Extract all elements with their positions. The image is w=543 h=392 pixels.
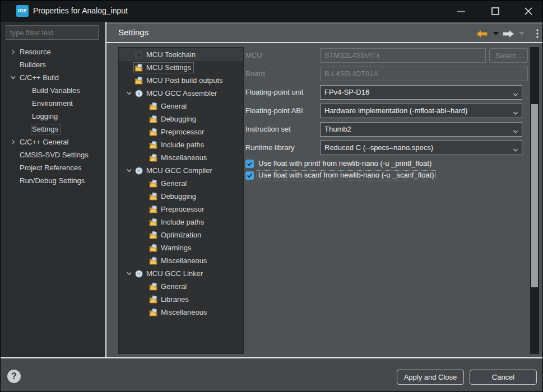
tree-item-body: MCU GCC Compiler [133,165,215,176]
window-title: Properties for Analog_input [33,6,128,15]
apply-and-close-button[interactable]: Apply and Close [397,370,464,385]
tree-item-libraries[interactable]: Libraries [119,293,243,306]
tree-item-label: Preprocessor [161,205,204,213]
tree-item-resource[interactable]: Resource [1,45,105,58]
tree-item-miscellaneous[interactable]: Miscellaneous [119,151,243,164]
instruction-set-label: Instruction set [245,122,291,137]
view-menu-icon[interactable] [536,29,539,39]
tree-item-body: Miscellaneous [148,255,210,267]
page-title: Settings [118,27,148,37]
tree-item-body: Run/Debug Settings [18,175,87,186]
tree-item-body: MCU GCC Linker [133,268,206,279]
tree-item-optimization[interactable]: Optimization [119,228,243,241]
printf-float-checkbox[interactable]: Use float with printf from newlib-nano (… [245,158,433,169]
tree-item-preprocessor[interactable]: Preprocessor [119,203,243,216]
tree-item-preprocessor[interactable]: Preprocessor [119,125,243,138]
tree-item-project-references[interactable]: Project References [1,161,105,174]
properties-dialog: IDE Properties for Analog_input Resource… [0,0,543,392]
tree-item-mcu-gcc-assembler[interactable]: MCU GCC Assembler [119,87,243,100]
runtime-library-dropdown[interactable]: Reduced C (--specs=nano.specs) [320,141,522,155]
cancel-button[interactable]: Cancel [470,370,537,385]
abi-dropdown[interactable]: Hardware implementation (-mfloat-abi=har… [320,104,522,118]
tree-item-body: Build Variables [31,85,83,96]
tree-item-label: MCU GCC Linker [146,269,203,278]
tree-item-body: Miscellaneous [148,307,210,318]
chip-icon [134,50,143,59]
forward-arrow-icon[interactable] [502,29,514,39]
chevron-down-icon[interactable] [124,167,133,174]
checkbox-checked-icon[interactable] [245,171,254,180]
tree-item-body: Warnings [148,242,194,254]
minimize-button[interactable] [452,3,471,20]
tree-item-label: C/C++ Build [20,73,59,82]
help-button[interactable]: ? [7,370,21,383]
tree-item-builders[interactable]: Builders [1,58,105,71]
tree-item-logging[interactable]: Logging [1,110,105,123]
tree-item-label: Debugging [161,192,196,200]
tree-item-debugging[interactable]: Debugging [119,113,243,125]
back-arrow-icon[interactable] [476,29,488,39]
tree-item-label: MCU Post build outputs [146,76,223,85]
tree-item-body: Include paths [148,217,207,228]
tree-item-label: MCU Toolchain [146,50,196,59]
tree-item-include-paths[interactable]: Include paths [119,138,243,151]
tree-item-mcu-gcc-linker[interactable]: MCU GCC Linker [119,267,243,280]
tree-item-miscellaneous[interactable]: Miscellaneous [119,254,243,267]
close-button[interactable] [519,3,538,20]
tree-item-label: Optimization [161,231,201,239]
tree-item-mcu-toolchain[interactable]: MCU Toolchain [119,48,243,61]
tree-item-label: MCU GCC Assembler [146,89,217,97]
tree-item-build-variables[interactable]: Build Variables [1,84,105,97]
tree-item-settings[interactable]: Settings [1,123,105,136]
tree-item-body: C/C++ Build [18,72,62,83]
tree-item-mcu-settings[interactable]: MCU Settings [119,61,243,74]
scanf-float-label: Use float with scanf from newlib-nano (-… [257,171,435,180]
tree-item-body: General [148,178,189,189]
chevron-down-icon[interactable] [7,74,18,81]
tree-item-mcu-post-build-outputs[interactable]: MCU Post build outputs [119,74,243,87]
tree-item-cmsis-svd-settings[interactable]: CMSIS-SVD Settings [1,148,105,161]
settings-content: MCU ToolchainMCU SettingsMCU Post build … [106,43,543,357]
scrollbar-thumb[interactable] [531,104,538,287]
checkbox-checked-icon[interactable] [245,160,254,168]
maximize-button[interactable] [486,3,505,20]
tree-item-environment[interactable]: Environment [1,97,105,110]
tree-item-miscellaneous[interactable]: Miscellaneous [119,306,243,319]
filter-input[interactable] [6,25,99,40]
toolchain-icon [134,269,143,278]
tree-item-label: Miscellaneous [161,153,207,162]
tree-item-debugging[interactable]: Debugging [119,190,243,203]
settings-header: Settings [106,23,543,43]
back-history-dropdown-icon[interactable] [493,29,499,39]
tree-item-c-c-build[interactable]: C/C++ Build [1,71,105,84]
chevron-down-icon [512,126,519,139]
chevron-down-icon[interactable] [124,90,133,96]
tree-item-label: Debugging [161,115,196,123]
tree-item-include-paths[interactable]: Include paths [119,216,243,228]
scanf-float-checkbox[interactable]: Use float with scanf from newlib-nano (-… [245,170,435,180]
folder-icon [149,308,158,317]
tree-item-label: Project References [20,164,82,172]
chevron-down-icon [512,144,519,158]
tool-settings-tree: MCU ToolchainMCU SettingsMCU Post build … [119,48,243,319]
tree-item-body: Environment [31,98,76,109]
tree-item-label: Resource [20,48,51,56]
select-mcu-button[interactable]: Select... [489,48,528,63]
chevron-down-icon[interactable] [124,270,133,277]
fpu-dropdown[interactable]: FPv4-SP-D16 [320,85,522,100]
tree-item-general[interactable]: General [119,280,243,293]
tree-item-label: Include paths [161,141,204,149]
chevron-right-icon[interactable] [7,139,18,145]
tree-item-general[interactable]: General [119,177,243,190]
tree-item-c-c-general[interactable]: C/C++ General [1,136,105,148]
tree-item-body: Libraries [148,294,192,305]
tree-item-run-debug-settings[interactable]: Run/Debug Settings [1,174,105,187]
tree-item-mcu-gcc-compiler[interactable]: MCU GCC Compiler [119,164,243,177]
tree-item-label: MCU GCC Compiler [146,166,212,175]
instruction-set-dropdown[interactable]: Thumb2 [320,122,522,137]
vertical-scrollbar[interactable] [530,47,539,354]
folder-icon [149,141,158,150]
chevron-right-icon[interactable] [7,49,18,55]
tree-item-general[interactable]: General [119,100,243,113]
tree-item-warnings[interactable]: Warnings [119,241,243,254]
